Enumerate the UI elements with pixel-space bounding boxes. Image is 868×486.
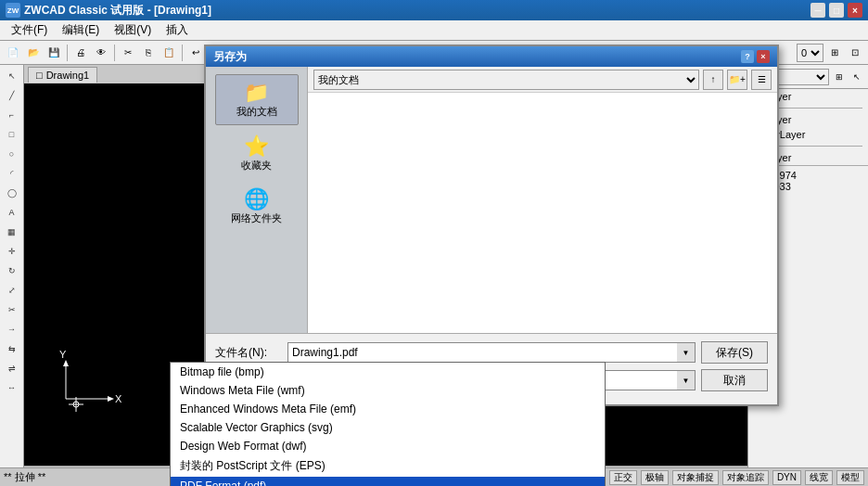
dialog-left-nav: 📁 我的文档 ⭐ 收藏夹 🌐 网络文件夹: [206, 67, 308, 333]
dropdown-item-wmf[interactable]: Windows Meta File (wmf): [171, 381, 605, 400]
menu-file[interactable]: 文件(F): [4, 20, 55, 40]
dim-tool[interactable]: ↔: [3, 378, 21, 397]
new-folder-btn[interactable]: 📁+: [727, 70, 747, 90]
origin-marker: [67, 395, 85, 416]
mirror-tool[interactable]: ⇌: [3, 359, 21, 377]
dialog-help-btn[interactable]: ?: [741, 50, 754, 63]
undo-btn[interactable]: ↩: [186, 44, 205, 62]
dyn-btn[interactable]: DYN: [772, 470, 801, 485]
right-cursor-btn[interactable]: ↖: [849, 68, 864, 86]
ellipse-tool[interactable]: ◯: [3, 184, 21, 202]
globe-icon: 🌐: [244, 187, 269, 211]
sep1: [67, 45, 68, 61]
filename-label: 文件名(N):: [215, 345, 282, 361]
cancel-button[interactable]: 取消: [701, 369, 768, 391]
print-btn[interactable]: 🖨: [71, 44, 90, 62]
dropdown-item-emf[interactable]: Enhanced Windows Meta File (emf): [171, 400, 605, 418]
layer-select[interactable]: 0: [797, 44, 823, 62]
star-icon: ⭐: [244, 134, 269, 159]
svg-text:X: X: [115, 393, 122, 404]
line-tool[interactable]: ╱: [3, 86, 21, 105]
save-button[interactable]: 保存(S): [701, 341, 768, 364]
model-space-btn[interactable]: 模型: [836, 470, 864, 485]
filename-input-wrap: ▼: [287, 342, 696, 363]
close-btn[interactable]: ×: [848, 3, 862, 18]
trim-tool[interactable]: ✂: [3, 301, 21, 319]
drawing-tab-icon: □: [36, 70, 43, 81]
dialog-toolbar: 我的文档 ↑ 📁+ ☰: [308, 67, 777, 93]
otrack-btn[interactable]: 对象追踪: [722, 470, 769, 485]
up-folder-btn[interactable]: ↑: [703, 70, 723, 90]
polar-btn[interactable]: 极轴: [641, 470, 669, 485]
zoom-extents-btn[interactable]: ⊞: [825, 44, 844, 62]
drawing-tab[interactable]: □ Drawing1: [28, 67, 97, 83]
nav-network[interactable]: 🌐 网络文件夹: [215, 182, 299, 231]
dialog-close-icon[interactable]: ×: [757, 50, 770, 63]
app-icon: ZW: [6, 3, 20, 18]
osnap-btn[interactable]: 对象捕捉: [672, 470, 719, 485]
rotate-tool[interactable]: ↻: [3, 262, 21, 280]
svg-marker-2: [108, 396, 114, 402]
maximize-btn[interactable]: □: [829, 3, 844, 18]
filename-input[interactable]: [287, 342, 696, 363]
app-title: ZWCAD Classic 试用版 - [Drawing1]: [24, 3, 211, 19]
svg-marker-3: [63, 360, 69, 366]
filetype-dropdown-btn[interactable]: ▼: [677, 370, 696, 390]
location-select[interactable]: 我的文档: [313, 70, 699, 90]
app-window: ZW ZWCAD Classic 试用版 - [Drawing1] ─ □ × …: [0, 0, 868, 486]
sep2: [114, 45, 115, 61]
menu-bar: 文件(F) 编辑(E) 视图(V) 插入: [0, 20, 868, 41]
paste-btn[interactable]: 📋: [160, 44, 178, 62]
left-toolbar: ↖ ╱ ⌐ □ ○ ◜ ◯ A ▦ ✛ ↻ ⤢ ✂ → ⇆ ⇌ ↔: [0, 65, 24, 486]
hatch-tool[interactable]: ▦: [3, 223, 21, 241]
folder-icon: 📁: [244, 81, 269, 105]
view-toggle-btn[interactable]: ☰: [751, 70, 772, 90]
select-tool[interactable]: ↖: [3, 67, 21, 85]
drawing-tab-name: Drawing1: [46, 70, 89, 81]
scale-tool[interactable]: ⤢: [3, 281, 21, 300]
title-bar: ZW ZWCAD Classic 试用版 - [Drawing1] ─ □ ×: [0, 0, 868, 20]
dialog-title: 另存为: [213, 49, 247, 65]
zoom-window-btn[interactable]: ⊡: [846, 44, 864, 62]
dropdown-item-bmp[interactable]: Bitmap file (bmp): [171, 363, 605, 381]
status-command: ** 拉伸 **: [4, 470, 45, 484]
text-tool[interactable]: A: [3, 203, 21, 222]
nav-favorites-label: 收藏夹: [241, 159, 272, 173]
menu-insert[interactable]: 插入: [159, 20, 196, 40]
save-btn[interactable]: 💾: [45, 44, 63, 62]
save-dialog: 另存为 ? × 📁 我的文档 ⭐ 收藏夹 🌐 网络文件夹: [204, 45, 779, 406]
dropdown-item-pdf[interactable]: PDF Format (pdf): [171, 477, 605, 486]
nav-mydocs-label: 我的文档: [236, 105, 277, 119]
preview-btn[interactable]: 👁: [92, 44, 110, 62]
lineweight-btn[interactable]: 线宽: [805, 470, 833, 485]
new-btn[interactable]: 📄: [4, 44, 22, 62]
rect-tool[interactable]: □: [3, 125, 21, 144]
menu-edit[interactable]: 编辑(E): [55, 20, 107, 40]
circle-tool[interactable]: ○: [3, 145, 21, 163]
polyline-tool[interactable]: ⌐: [3, 106, 21, 124]
ortho-btn[interactable]: 正交: [609, 470, 637, 485]
dropdown-item-eps[interactable]: 封装的 PostScript 文件 (EPS): [171, 455, 605, 477]
right-zoom-btn[interactable]: ⊞: [831, 68, 847, 86]
minimize-btn[interactable]: ─: [811, 3, 825, 18]
file-list[interactable]: [308, 93, 777, 333]
arc-tool[interactable]: ◜: [3, 164, 21, 183]
filename-dropdown-btn[interactable]: ▼: [677, 342, 696, 363]
cut-btn[interactable]: ✂: [119, 44, 137, 62]
dropdown-item-svg[interactable]: Scalable Vector Graphics (svg): [171, 418, 605, 437]
filename-row: 文件名(N): ▼ 保存(S): [215, 341, 768, 364]
dialog-body: 📁 我的文档 ⭐ 收藏夹 🌐 网络文件夹 我的文档 ↑: [206, 67, 777, 333]
nav-mydocs[interactable]: 📁 我的文档: [215, 74, 299, 125]
nav-favorites[interactable]: ⭐ 收藏夹: [215, 129, 299, 178]
menu-view[interactable]: 视图(V): [107, 20, 159, 40]
filetype-dropdown: Bitmap file (bmp) Windows Meta File (wmf…: [170, 362, 606, 486]
move-tool[interactable]: ✛: [3, 242, 21, 261]
sep3: [182, 45, 183, 61]
copy-btn[interactable]: ⎘: [139, 44, 158, 62]
dialog-file-area: 我的文档 ↑ 📁+ ☰: [308, 67, 777, 333]
open-btn[interactable]: 📂: [24, 44, 43, 62]
offset-tool[interactable]: ⇆: [3, 339, 21, 358]
dialog-title-bar: 另存为 ? ×: [206, 46, 777, 67]
extend-tool[interactable]: →: [3, 320, 21, 339]
dropdown-item-dwf[interactable]: Design Web Format (dwf): [171, 437, 605, 455]
